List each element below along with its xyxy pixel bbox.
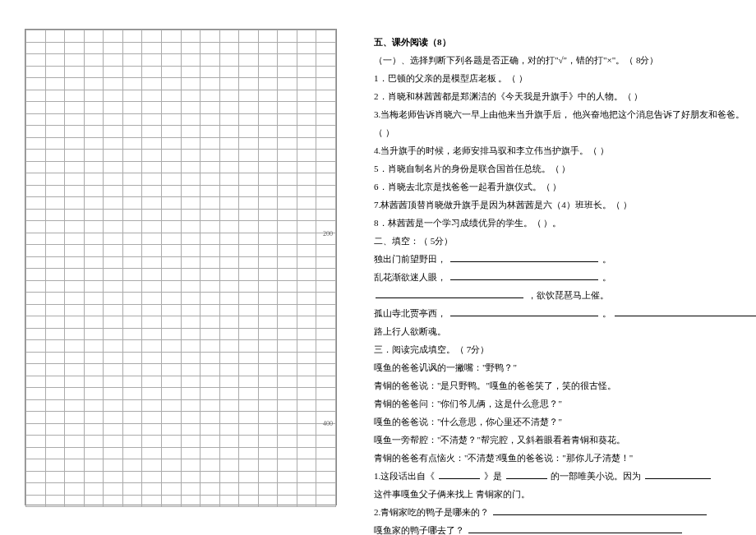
blank-poem-4[interactable] xyxy=(450,307,598,316)
blank-poem-3[interactable] xyxy=(376,288,523,298)
passage-line-2: 青铜的爸爸说："是只野鸭。"嘎鱼的爸爸笑了，笑的很古怪。 xyxy=(374,376,756,394)
p3q1a: 1.这段话出自《 xyxy=(374,471,435,481)
p3q3a: 2.青铜家吃的鸭子是哪来的？ xyxy=(374,507,489,517)
question-6: 6．肖晓去北京是找爸爸一起看升旗仪式。（ ） xyxy=(374,178,756,196)
question-8: 8．林茜茜是一个学习成绩优异的学生。（ ）。 xyxy=(374,214,756,232)
part3-title: 三．阅读完成填空。（ 7分） xyxy=(374,340,756,358)
p3-question-3: 2.青铜家吃的鸭子是哪来的？ xyxy=(374,503,756,521)
question-5: 5．肖晓自制名片的身份是联合国首任总统。（ ） xyxy=(374,159,756,178)
writing-grid-panel: 200 400 xyxy=(25,29,337,519)
part2-title: 二、填空：（ 5分） xyxy=(374,232,756,250)
question-7: 7.林茜茜顶替肖晓做升旗手是因为林茜茜是六（4）班班长。（ ） xyxy=(374,196,756,214)
poem-line-4: 孤山寺北贾亭西， 。 ， xyxy=(374,304,756,322)
writing-grid: 200 400 xyxy=(25,29,337,505)
blank-book-title[interactable] xyxy=(439,469,480,479)
poem-1b: 。 xyxy=(602,254,611,264)
poem-2a: 乱花渐欲迷人眼， xyxy=(374,272,446,282)
grid-table xyxy=(25,30,336,507)
p3-question-1: 1.这段话出自《 》是 的一部唯美小说。因为 xyxy=(374,467,756,485)
blank-poem-4b[interactable] xyxy=(615,307,756,316)
content-panel: 五、课外阅读（8） （一）、选择判断下列各题是否正确，对的打"√"，错的打"×"… xyxy=(374,29,756,519)
question-2: 2．肖晓和林茜茜都是郑渊洁的《今天我是升旗手》中的人物。（ ） xyxy=(374,87,756,105)
p3q1c: 的一部唯美小说。因为 xyxy=(551,471,641,481)
blank-author[interactable] xyxy=(506,469,547,479)
passage-line-1: 嘎鱼的爸爸讥讽的一撇嘴："野鸭？" xyxy=(374,358,756,376)
poem-line-2: 乱花渐欲迷人眼， 。 xyxy=(374,268,756,286)
p3q4a: 嘎鱼家的鸭子哪去了？ xyxy=(374,525,464,535)
section-title: 五、课外阅读（8） xyxy=(374,33,756,51)
p3-question-2: 这件事嘎鱼父子俩来找上 青铜家的门。 xyxy=(374,485,756,503)
blank-q3[interactable] xyxy=(493,505,707,515)
poem-3a: ，欲饮琵琶马上催。 xyxy=(528,290,609,300)
poem-4a: 孤山寺北贾亭西， xyxy=(374,308,446,318)
passage-line-6: 青铜的爸爸有点恼火："不清楚?嘎鱼的爸爸说："那你儿子清楚！" xyxy=(374,449,756,467)
blank-q4[interactable] xyxy=(468,523,682,533)
poem-line-5: 路上行人欲断魂。 xyxy=(374,322,756,340)
blank-poem-2[interactable] xyxy=(450,270,598,280)
poem-5a: 路上行人欲断魂。 xyxy=(374,326,446,336)
p3q1b: 》是 xyxy=(484,471,502,481)
poem-line-1: 独出门前望野田， 。 xyxy=(374,250,756,268)
poem-1a: 独出门前望野田， xyxy=(374,254,446,264)
grid-marker-400: 400 xyxy=(323,420,333,427)
question-4: 4.当升旗手的时候，老师安排马驭和李立伟当护旗手。（ ） xyxy=(374,141,756,159)
passage-line-4: 嘎鱼的爸爸说："什么意思，你心里还不清楚？" xyxy=(374,413,756,431)
poem-4b: 。 xyxy=(602,308,611,318)
part1-instruction: （一）、选择判断下列各题是否正确，对的打"√"，错的打"×"。（ 8分） xyxy=(374,51,756,69)
passage-line-3: 青铜的爸爸问："你们爷儿俩，这是什么意思？" xyxy=(374,394,756,413)
grid-marker-200: 200 xyxy=(323,230,333,238)
poem-line-3: ，欲饮琵琶马上催。 xyxy=(374,286,756,304)
blank-reason[interactable] xyxy=(645,469,711,479)
blank-poem-1[interactable] xyxy=(450,252,598,262)
question-3b: （ ） xyxy=(374,123,756,141)
passage-line-5: 嘎鱼一旁帮腔："不清楚？"帮完腔，又斜着眼看着青铜和葵花。 xyxy=(374,431,756,449)
p3-question-4: 嘎鱼家的鸭子哪去了？ xyxy=(374,521,756,535)
poem-2b: 。 xyxy=(602,272,611,282)
question-3: 3.当梅老师告诉肖晓六一早上由他来当升旗手后， 他兴奋地把这个消息告诉了好朋友和… xyxy=(374,105,756,123)
question-1: 1．巴顿的父亲的是模型店老板 。（ ） xyxy=(374,69,756,87)
